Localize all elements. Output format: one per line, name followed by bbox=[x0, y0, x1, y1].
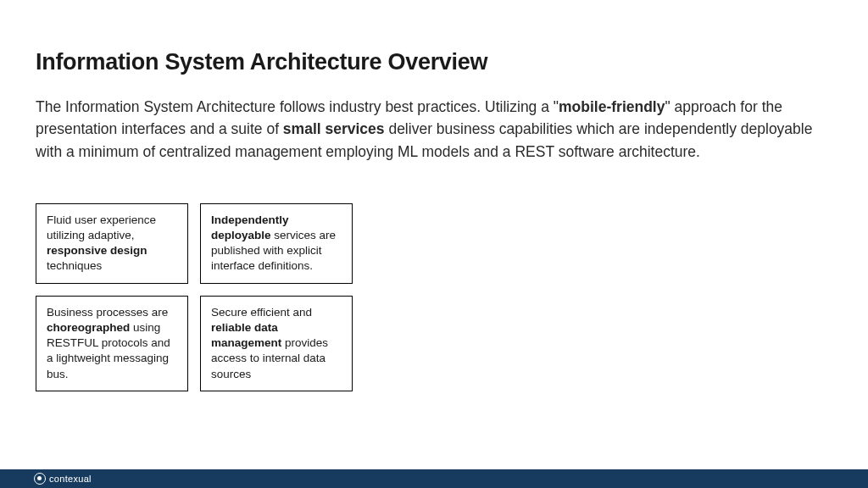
target-icon bbox=[34, 473, 46, 485]
box-bold: responsive design bbox=[47, 244, 147, 257]
slide-content: Information System Architecture Overview… bbox=[0, 0, 868, 391]
box-bold: reliable data management bbox=[211, 321, 281, 349]
intro-paragraph: The Information System Architecture foll… bbox=[36, 96, 815, 163]
brand-name: contexual bbox=[49, 474, 92, 484]
page-title: Information System Architecture Overview bbox=[36, 49, 832, 75]
feature-boxes: Fluid user experience utilizing adaptive… bbox=[36, 203, 832, 391]
intro-bold-2: small services bbox=[283, 120, 385, 137]
box-bold: choreographed bbox=[47, 321, 130, 334]
feature-box-choreographed: Business processes are choreographed usi… bbox=[36, 296, 188, 391]
box-pre: Secure efficient and bbox=[211, 306, 312, 319]
intro-text-1: The Information System Architecture foll… bbox=[36, 98, 559, 115]
feature-box-data-management: Secure efficient and reliable data manag… bbox=[200, 296, 353, 391]
feature-box-independently-deployable: Independently deployable services are pu… bbox=[200, 203, 353, 284]
box-pre: Business processes are bbox=[47, 306, 168, 319]
feature-box-responsive-design: Fluid user experience utilizing adaptive… bbox=[36, 203, 188, 284]
footer-bar: contexual bbox=[0, 469, 868, 488]
box-post: techniques bbox=[47, 259, 102, 272]
brand-logo: contexual bbox=[34, 473, 92, 485]
intro-bold-1: mobile-friendly bbox=[559, 98, 665, 115]
box-pre: Fluid user experience utilizing adaptive… bbox=[47, 214, 156, 241]
